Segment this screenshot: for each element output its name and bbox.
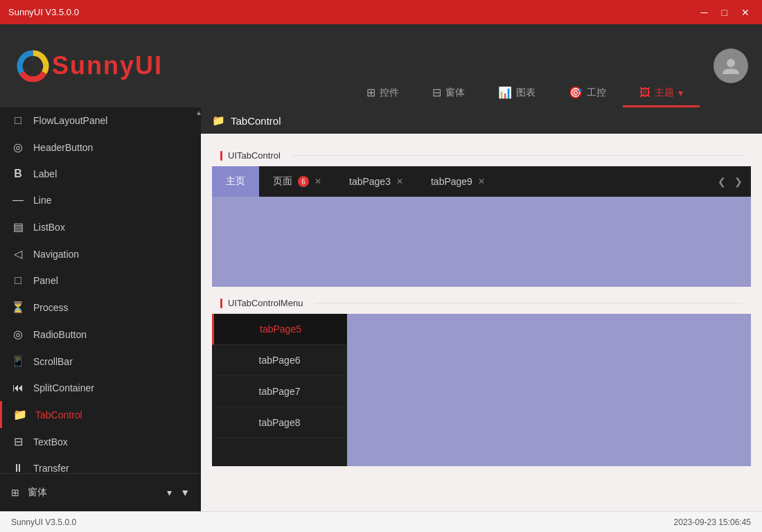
nav-item-windows[interactable]: ⊟ 窗体 [416,80,481,107]
line-icon: — [11,194,25,206]
sidebar-item-window-bottom[interactable]: ⊞ 窗体 ▾ ▼ [0,479,201,506]
tab-bar: 主页 页面 6 ✕ tabPage3 ✕ tabPage9 ✕ [212,166,751,197]
window-expand-icon: ▾ [167,487,172,498]
tab-homepage[interactable]: 主页 [212,166,259,197]
uitabcontrol-content-area [212,197,751,287]
nav-label-charts: 图表 [516,87,535,99]
svg-point-1 [28,61,38,71]
nav-label-themes: 主题 [655,87,674,99]
sidebar-label-radiobutton: RadioButton [33,329,87,340]
user-icon [721,56,741,76]
sidebar-item-scrollbar[interactable]: 📱 ScrollBar [0,348,201,375]
maximize-button[interactable]: □ [718,6,732,19]
nav-label-industrial: 工控 [587,87,606,99]
nav-item-charts[interactable]: 📊 图表 [481,80,552,107]
tab-menu-sidebar: tabPage5 tabPage6 tabPage7 tabPage8 [212,314,347,466]
close-button[interactable]: ✕ [737,6,754,19]
tab-page-badge: 6 [298,176,309,187]
avatar[interactable] [714,48,748,83]
uitabcontrol-section-title: UITabControl [212,145,751,166]
listbox-icon: ▤ [11,220,25,233]
sidebar-item-tabcontrol[interactable]: 📁 TabControl [0,401,201,428]
nav-item-themes[interactable]: 🖼 主题 ▾ [623,80,700,107]
tab-navigation: ❮ ❯ [709,173,751,190]
sidebar-item-panel[interactable]: □ Panel [0,267,201,294]
title-bar-controls: ─ □ ✕ [697,6,754,19]
sidebar-item-label[interactable]: B Label [0,161,201,187]
tab-menu-item-tabpage7[interactable]: tabPage7 [212,376,347,407]
scroll-down-arrow[interactable]: ▼ [180,487,190,498]
sidebar-item-process[interactable]: ⏳ Process [0,294,201,321]
sidebar-item-line[interactable]: — Line [0,187,201,213]
sidebar-item-flowlayout[interactable]: □ FlowLayoutPanel [0,107,201,134]
nav-label-controls: 控件 [380,87,399,99]
sidebar-label-textbox: TextBox [33,436,68,447]
tab-tabpage9-close-icon[interactable]: ✕ [478,177,485,186]
sidebar-item-listbox[interactable]: ▤ ListBox [0,213,201,240]
scrollbar-icon: 📱 [11,355,25,368]
sidebar-bottom: ⊞ 窗体 ▾ ▼ [0,473,201,511]
uitabcontrolmenu-label: UITabControlMenu [228,298,303,308]
tab-page-label: 页面 [273,175,292,188]
tab-menu-item-tabpage5[interactable]: tabPage5 [212,314,347,345]
sidebar: ▲ □ FlowLayoutPanel ◎ HeaderButton B Lab… [0,107,201,511]
tab-menu-label-tabpage7: tabPage7 [259,386,301,397]
sidebar-label-label: Label [33,168,57,179]
nav-item-controls[interactable]: ⊞ 控件 [350,80,416,107]
uitabcontrolmenu-content-area [347,314,751,466]
sidebar-label-panel: Panel [33,275,58,286]
splitcontainer-icon: ⏮ [11,382,25,394]
tab-page-close-icon[interactable]: ✕ [314,177,321,186]
tab-page[interactable]: 页面 6 ✕ [259,166,335,197]
sidebar-item-radiobutton[interactable]: ◎ RadioButton [0,321,201,348]
tabcontrol-icon: 📁 [13,408,27,421]
scroll-up-arrow[interactable]: ▲ [194,107,201,118]
tab-homepage-label: 主页 [226,175,245,188]
nav-item-industrial[interactable]: 🎯 工控 [552,80,623,107]
uitabcontrolmenu-section-title: UITabControlMenu [212,292,751,314]
tab-menu-label-tabpage5: tabPage5 [260,323,301,335]
breadcrumb: TabControl [231,115,281,127]
status-left: SunnyUI V3.5.0.0 [11,517,76,527]
sidebar-label-scrollbar: ScrollBar [33,356,73,367]
tab-menu-item-tabpage8[interactable]: tabPage8 [212,407,347,438]
sidebar-label-line: Line [33,195,51,206]
sidebar-item-textbox[interactable]: ⊟ TextBox [0,428,201,455]
sidebar-item-splitcontainer[interactable]: ⏮ SplitContainer [0,375,201,401]
themes-chevron-icon: ▾ [678,87,683,98]
logo-area: SunnyUI [0,47,350,85]
title-bar-text: SunnyUI V3.5.0.0 [8,7,79,17]
sidebar-item-transfer[interactable]: ⏸ Transfer [0,455,201,473]
sidebar-label-navigation: Navigation [33,249,79,260]
sidebar-label-flowlayout: FlowLayoutPanel [33,115,107,126]
title-bar: SunnyUI V3.5.0.0 ─ □ ✕ [0,0,762,24]
minimize-button[interactable]: ─ [697,6,712,19]
textbox-icon: ⊟ [11,435,25,448]
tab-tabpage3-close-icon[interactable]: ✕ [396,177,403,186]
tab-tabpage3[interactable]: tabPage3 ✕ [335,166,417,197]
tab-next-button[interactable]: ❯ [732,173,745,190]
label-icon: B [11,168,25,180]
panel-icon: □ [11,274,25,287]
uitabcontrolmenu-widget: tabPage5 tabPage6 tabPage7 tabPage8 [212,314,751,466]
nav-menu: ⊞ 控件 ⊟ 窗体 📊 图表 🎯 工控 🖼 主题 ▾ [350,24,700,107]
status-bar: SunnyUI V3.5.0.0 2023-09-23 15:06:45 [0,511,762,532]
radiobutton-icon: ◎ [11,328,25,341]
windows-icon: ⊟ [432,86,441,99]
breadcrumb-folder-icon: 📁 [212,114,225,127]
sidebar-item-navigation[interactable]: ◁ Navigation [0,240,201,267]
tab-tabpage9[interactable]: tabPage9 ✕ [417,166,499,197]
charts-icon: 📊 [498,86,512,99]
uitabcontrolmenu-section: UITabControlMenu tabPage5 tabPage6 tabPa… [212,292,751,466]
sidebar-item-headerbutton[interactable]: ◎ HeaderButton [0,134,201,161]
sidebar-scroll[interactable]: □ FlowLayoutPanel ◎ HeaderButton B Label… [0,107,201,473]
navigation-icon: ◁ [11,247,25,260]
window-bottom-icon: ⊞ [11,487,19,498]
tab-menu-item-tabpage6[interactable]: tabPage6 [212,345,347,376]
tab-prev-button[interactable]: ❮ [715,173,729,190]
process-icon: ⏳ [11,301,25,314]
tab-menu-label-tabpage8: tabPage8 [259,417,301,428]
header: SunnyUI ⊞ 控件 ⊟ 窗体 📊 图表 🎯 工控 🖼 主题 ▾ [0,24,762,107]
tab-menu-label-tabpage6: tabPage6 [259,355,301,366]
sidebar-label-listbox: ListBox [33,222,65,233]
